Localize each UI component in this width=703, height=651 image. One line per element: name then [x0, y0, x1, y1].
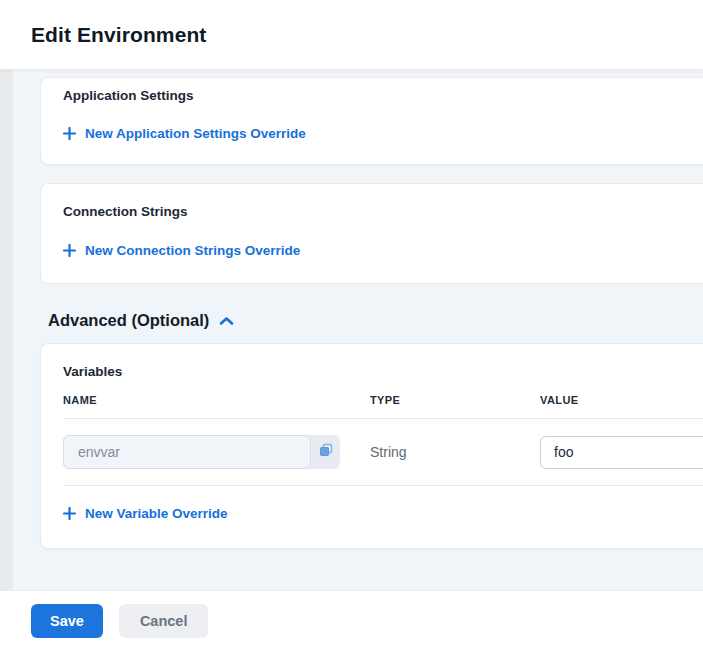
copy-button[interactable]: [311, 435, 340, 469]
new-variable-override-label: New Variable Override: [85, 506, 228, 521]
new-connection-strings-override-link[interactable]: New Connection Strings Override: [63, 243, 300, 258]
variables-table-header: NAME TYPE VALUE: [41, 394, 703, 406]
column-header-type: TYPE: [370, 394, 540, 406]
connection-strings-title: Connection Strings: [63, 204, 681, 219]
advanced-section: Advanced (Optional) Variables NAME TYPE …: [0, 284, 703, 579]
page-title: Edit Environment: [31, 23, 206, 47]
variable-name-control: [63, 435, 340, 469]
page-header: Edit Environment: [0, 0, 703, 70]
application-settings-title: Application Settings: [63, 88, 681, 103]
advanced-title: Advanced (Optional): [48, 311, 209, 330]
variable-type-text: String: [370, 444, 540, 460]
new-connection-strings-override-label: New Connection Strings Override: [85, 243, 300, 258]
new-variable-override-link[interactable]: New Variable Override: [63, 506, 228, 521]
save-button[interactable]: Save: [31, 604, 103, 638]
variable-value-input[interactable]: [540, 436, 703, 469]
new-application-settings-override-label: New Application Settings Override: [85, 126, 306, 141]
variables-card: Variables NAME TYPE VALUE: [40, 343, 703, 549]
column-header-name: NAME: [63, 394, 370, 406]
copy-icon: [319, 443, 333, 461]
table-divider: [63, 485, 703, 486]
footer-action-bar: Save Cancel: [0, 590, 703, 651]
variable-value-cell: [540, 436, 703, 469]
variables-title: Variables: [41, 364, 703, 379]
new-application-settings-override-link[interactable]: New Application Settings Override: [63, 126, 306, 141]
variable-name-input[interactable]: [64, 444, 310, 460]
variable-name-cell: [63, 435, 370, 469]
connection-strings-card: Connection Strings New Connection String…: [40, 183, 703, 284]
page-left-gutter: [0, 70, 13, 590]
variable-row: String: [41, 419, 703, 485]
variable-name-field-box: [63, 435, 311, 469]
chevron-up-icon: [219, 312, 234, 330]
plus-icon: [63, 507, 76, 520]
form-body: Application Settings New Application Set…: [0, 70, 703, 590]
plus-icon: [63, 127, 76, 140]
column-header-value: VALUE: [540, 394, 703, 406]
plus-icon: [63, 244, 76, 257]
cancel-button[interactable]: Cancel: [119, 604, 209, 638]
application-settings-card: Application Settings New Application Set…: [40, 77, 703, 165]
upper-sections: Application Settings New Application Set…: [0, 77, 703, 284]
advanced-toggle[interactable]: Advanced (Optional): [40, 284, 234, 343]
